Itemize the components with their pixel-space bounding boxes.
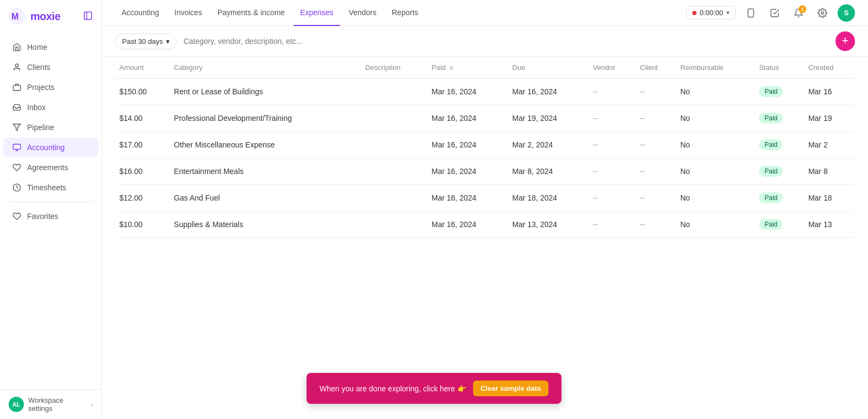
checklist-icon-button[interactable] — [766, 4, 783, 22]
cell-paid: Mar 16, 2024 — [427, 158, 508, 185]
user-avatar[interactable]: S — [838, 4, 855, 22]
table-row[interactable]: $12.00 Gas And Fuel Mar 16, 2024 Mar 18,… — [115, 185, 855, 211]
sidebar-item-timesheets[interactable]: Timesheets — [3, 178, 98, 197]
col-due: Due — [508, 57, 589, 79]
sidebar-item-projects[interactable]: Projects — [3, 78, 98, 97]
cell-description — [361, 158, 427, 185]
date-filter-button[interactable]: Past 30 days ▾ — [115, 34, 177, 49]
chevron-down-icon: ▾ — [166, 37, 170, 46]
pipeline-icon — [12, 123, 22, 132]
sidebar-divider — [9, 202, 93, 202]
cell-client: -- — [636, 211, 676, 238]
topnav-expenses[interactable]: Expenses — [293, 0, 340, 26]
svg-rect-7 — [13, 144, 20, 149]
cell-created: Mar 18 — [804, 185, 855, 211]
cell-amount: $16.00 — [115, 158, 170, 185]
col-client: Client — [636, 57, 676, 79]
sidebar-item-accounting[interactable]: Accounting — [3, 138, 98, 157]
table-row[interactable]: $16.00 Entertainment Meals Mar 16, 2024 … — [115, 158, 855, 185]
cell-vendor: -- — [589, 79, 635, 105]
mobile-icon — [746, 8, 756, 18]
sidebar-item-favorites[interactable]: Favorites — [3, 207, 98, 226]
cell-created: Mar 16 — [804, 79, 855, 105]
cell-category: Gas And Fuel — [170, 185, 361, 211]
sidebar-item-clients[interactable]: Clients — [3, 57, 98, 77]
sample-data-toast: When you are done exploring, click here … — [307, 373, 561, 404]
cell-description — [361, 211, 427, 238]
cell-amount: $10.00 — [115, 211, 170, 238]
expenses-table-container: Amount Category Description Paid ⇅ Due V… — [102, 57, 868, 419]
table-row[interactable]: $17.00 Other Miscellaneous Expense Mar 1… — [115, 132, 855, 158]
sidebar-item-clients-label: Clients — [27, 63, 50, 72]
col-status: Status — [755, 57, 804, 79]
cell-description — [361, 105, 427, 132]
workspace-settings[interactable]: AL Workspace settings › — [0, 389, 101, 419]
svg-rect-5 — [13, 86, 20, 91]
home-icon — [12, 42, 22, 52]
sidebar-logo: M moxie — [0, 0, 101, 33]
cell-created: Mar 8 — [804, 158, 855, 185]
table-row[interactable]: $150.00 Rent or Lease of Buildings Mar 1… — [115, 79, 855, 105]
cell-client: -- — [636, 132, 676, 158]
sidebar-item-home[interactable]: Home — [3, 37, 98, 57]
col-reimbursable: Reimbursable — [676, 57, 755, 79]
cell-paid: Mar 16, 2024 — [427, 132, 508, 158]
cell-due: Mar 19, 2024 — [508, 105, 589, 132]
workspace-chevron-icon: › — [91, 401, 93, 408]
sidebar-item-inbox-label: Inbox — [27, 103, 46, 112]
cell-status: Paid — [755, 211, 804, 238]
cell-status: Paid — [755, 105, 804, 132]
cell-vendor: -- — [589, 211, 635, 238]
topnav-invoices[interactable]: Invoices — [168, 0, 208, 26]
cell-due: Mar 2, 2024 — [508, 132, 589, 158]
notification-button[interactable]: 1 — [790, 4, 807, 22]
cell-amount: $150.00 — [115, 79, 170, 105]
svg-text:M: M — [11, 12, 18, 21]
col-created: Created — [804, 57, 855, 79]
cell-amount: $17.00 — [115, 132, 170, 158]
timer-dot-icon — [692, 11, 697, 15]
cell-description — [361, 185, 427, 211]
logo-text: moxie — [30, 10, 60, 23]
cell-vendor: -- — [589, 132, 635, 158]
topnav-payments[interactable]: Payments & income — [211, 0, 292, 26]
clear-sample-data-button[interactable]: Clear sample data — [473, 381, 548, 396]
sidebar-item-inbox[interactable]: Inbox — [3, 98, 98, 117]
cell-due: Mar 13, 2024 — [508, 211, 589, 238]
search-input[interactable] — [183, 37, 829, 46]
col-paid[interactable]: Paid ⇅ — [427, 57, 508, 79]
sidebar-item-pipeline[interactable]: Pipeline — [3, 118, 98, 137]
top-nav-right: 0:00:00 ▾ 1 S — [686, 4, 855, 22]
table-row[interactable]: $14.00 Professional Development/Training… — [115, 105, 855, 132]
date-filter-label: Past 30 days — [122, 37, 163, 46]
col-description: Description — [361, 57, 427, 79]
agreements-icon — [12, 163, 22, 172]
cell-reimbursable: No — [676, 211, 755, 238]
cell-reimbursable: No — [676, 79, 755, 105]
topnav-accounting[interactable]: Accounting — [115, 0, 165, 26]
svg-rect-2 — [84, 12, 92, 20]
sidebar-expand-button[interactable] — [83, 11, 93, 22]
topnav-vendors[interactable]: Vendors — [342, 0, 383, 26]
sort-icon: ⇅ — [449, 65, 454, 71]
cell-category: Entertainment Meals — [170, 158, 361, 185]
table-row[interactable]: $10.00 Supplies & Materials Mar 16, 2024… — [115, 211, 855, 238]
topnav-reports[interactable]: Reports — [385, 0, 425, 26]
heart-icon — [12, 211, 22, 221]
settings-icon-button[interactable] — [814, 4, 831, 22]
sidebar-item-pipeline-label: Pipeline — [27, 123, 54, 132]
timer-button[interactable]: 0:00:00 ▾ — [686, 6, 736, 20]
sidebar-item-accounting-label: Accounting — [27, 143, 65, 152]
cell-amount: $14.00 — [115, 105, 170, 132]
mobile-icon-button[interactable] — [742, 4, 760, 22]
timesheets-icon — [12, 183, 22, 192]
cell-due: Mar 18, 2024 — [508, 185, 589, 211]
cell-status: Paid — [755, 79, 804, 105]
sidebar-item-agreements[interactable]: Agreements — [3, 158, 98, 177]
filter-bar: Past 30 days ▾ + — [102, 26, 868, 57]
toast-message: When you are done exploring, click here … — [320, 384, 467, 393]
add-expense-button[interactable]: + — [835, 31, 855, 51]
cell-created: Mar 13 — [804, 211, 855, 238]
cell-due: Mar 16, 2024 — [508, 79, 589, 105]
cell-reimbursable: No — [676, 185, 755, 211]
